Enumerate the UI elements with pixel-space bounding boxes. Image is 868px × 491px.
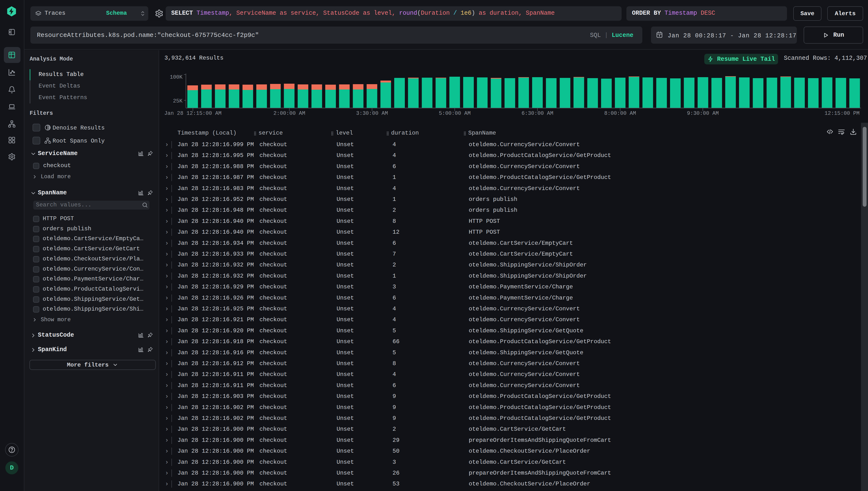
svg-text:8:00:00 AM: 8:00:00 AM <box>604 111 636 116</box>
svg-text:5:00:00 AM: 5:00:00 AM <box>439 111 471 116</box>
svg-text:9:30:00 AM: 9:30:00 AM <box>687 111 719 116</box>
svg-text:25K: 25K <box>173 98 182 104</box>
svg-text:Jan 28 12:15:00 AM: Jan 28 12:15:00 AM <box>164 111 221 116</box>
svg-text:100K: 100K <box>170 74 183 80</box>
svg-text:12:15:00 PM: 12:15:00 PM <box>825 111 860 116</box>
svg-text:2:00:00 AM: 2:00:00 AM <box>273 111 305 116</box>
svg-text:6:30:00 AM: 6:30:00 AM <box>521 111 553 116</box>
svg-text:3:30:00 AM: 3:30:00 AM <box>356 111 388 116</box>
